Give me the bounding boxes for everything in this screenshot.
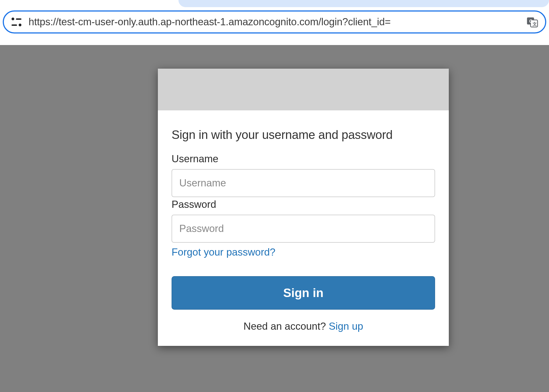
signup-row: Need an account? Sign up (172, 321, 435, 346)
login-card: Sign in with your username and password … (158, 69, 449, 346)
site-settings-icon[interactable] (12, 17, 21, 27)
login-card-header (158, 69, 449, 110)
password-label: Password (172, 199, 435, 210)
login-title: Sign in with your username and password (172, 128, 435, 142)
signup-link[interactable]: Sign up (329, 321, 363, 332)
need-account-text: Need an account? (243, 321, 329, 332)
svg-text:文: 文 (532, 22, 537, 26)
page-viewport: Sign in with your username and password … (0, 45, 549, 392)
address-bar[interactable]: https://test-cm-user-only.auth.ap-northe… (3, 10, 546, 33)
password-input[interactable] (172, 215, 435, 243)
signin-button[interactable]: Sign in (172, 276, 435, 310)
svg-text:G: G (529, 19, 533, 24)
translate-icon[interactable]: G 文 (526, 16, 539, 28)
address-bar-url[interactable]: https://test-cm-user-only.auth.ap-northe… (29, 16, 523, 28)
login-card-body: Sign in with your username and password … (158, 110, 449, 346)
username-label: Username (172, 153, 435, 165)
browser-chrome-top: https://test-cm-user-only.auth.ap-northe… (0, 0, 549, 45)
username-input[interactable] (172, 169, 435, 197)
forgot-password-link[interactable]: Forgot your password? (172, 247, 275, 258)
browser-top-accent (178, 0, 549, 7)
